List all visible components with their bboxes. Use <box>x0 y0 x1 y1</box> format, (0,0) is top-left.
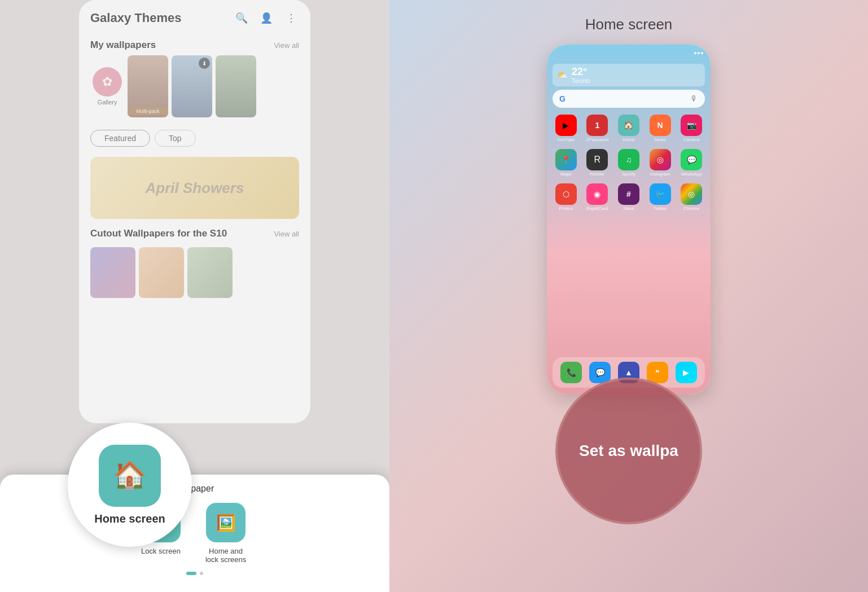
cutout-thumb-3[interactable] <box>187 247 233 298</box>
account-icon[interactable]: 👤 <box>258 10 274 26</box>
cutout-title: Cutout Wallpapers for the S10 <box>90 228 227 239</box>
themes-header: Galaxy Themes 🔍 👤 ⋮ <box>79 0 310 33</box>
my-wallpapers-header: My wallpapers View all <box>79 33 310 55</box>
twitter-icon: 🐦 <box>650 183 671 205</box>
search-bar[interactable]: G 🎙 <box>553 90 705 108</box>
app-whatsapp[interactable]: 💬 WhatsApp <box>678 149 705 177</box>
cutout-header: Cutout Wallpapers for the S10 View all <box>90 228 299 243</box>
phone-icon: 📞 <box>560 362 582 383</box>
app-rapidcard[interactable]: ◉ RapidCard <box>584 183 611 211</box>
weather-location: Toronto <box>572 78 590 84</box>
more-icon[interactable]: ⋮ <box>283 10 299 26</box>
instagram-icon: ◎ <box>650 149 671 170</box>
dialog-title: wallpaper <box>0 484 389 494</box>
home-lock-label: Home and lock screens <box>203 547 248 564</box>
app-camera[interactable]: 📷 Camera <box>678 115 705 142</box>
my-wallpapers-label: My wallpapers <box>90 40 156 51</box>
download-icon: ⬇ <box>199 58 210 69</box>
home-lock-icon-box: 🖼️ <box>206 503 246 542</box>
view-all-link[interactable]: View all <box>274 41 299 50</box>
photos-icon: ⬡ <box>555 183 577 205</box>
phone-status-bar: ●●● <box>547 45 711 60</box>
cutout-thumb-1[interactable] <box>90 247 135 298</box>
maps-icon: 📍 <box>555 149 577 170</box>
april-text: April Showers <box>146 179 244 197</box>
cutout-section: Cutout Wallpapers for the S10 View all <box>79 223 310 302</box>
app-instagram[interactable]: ◎ Instagram <box>647 149 674 177</box>
tabs-row: Featured Top <box>79 124 310 152</box>
cutout-view-all[interactable]: View all <box>274 230 299 238</box>
set-wallpaper-label: Set as wallpa <box>568 441 690 461</box>
home-screen-highlight[interactable]: 🏠 Home screen <box>68 423 192 547</box>
phone-screen: ●●● ⛅ 22° Toronto G 🎙 ▶ YouTube <box>547 45 711 394</box>
youtube-icon: ▶ <box>555 115 577 136</box>
weather-widget: ⛅ 22° Toronto <box>553 64 705 86</box>
app-grid-row1: ▶ YouTube 1 1Password 🏠 Home N News 📷 <box>547 111 711 146</box>
app-news[interactable]: N News <box>647 115 674 142</box>
dock-play[interactable]: ▶ <box>676 362 697 383</box>
wallpaper-dialog: wallpaper 🔒 Lock screen 🖼️ Home and lock… <box>0 475 389 592</box>
multipack-badge: Multi-pack <box>128 107 168 115</box>
app-1password[interactable]: 1 1Password <box>584 115 611 142</box>
play-icon: ▶ <box>676 362 697 383</box>
app-spotify[interactable]: ♫ Spotify <box>615 149 642 177</box>
app-photos[interactable]: ⬡ Photos <box>553 183 580 211</box>
dialog-dots <box>0 572 389 575</box>
spotify-icon: ♫ <box>618 149 639 170</box>
home-app-icon: 🏠 <box>618 115 639 136</box>
reeder-icon: R <box>586 149 608 170</box>
wallpapers-row: ✿ Gallery Multi-pack ⬇ <box>79 55 310 124</box>
lock-screen-label: Lock screen <box>141 547 181 555</box>
phone-mockup-left: Galaxy Themes 🔍 👤 ⋮ My wallpapers View a… <box>79 0 310 423</box>
app-twitter[interactable]: 🐦 Twitter <box>647 183 674 211</box>
google-logo: G <box>559 94 565 103</box>
slack-icon: # <box>618 183 639 205</box>
app-home[interactable]: 🏠 Home <box>615 115 642 142</box>
themes-icons: 🔍 👤 ⋮ <box>234 10 299 26</box>
app-slack[interactable]: # Slack <box>615 183 642 211</box>
right-panel: Home screen ●●● ⛅ 22° Toronto G 🎙 <box>389 0 868 592</box>
dock-phone[interactable]: 📞 <box>560 362 582 383</box>
gallery-label: Gallery <box>98 99 117 106</box>
camera-icon: 📷 <box>681 115 702 136</box>
app-reeder[interactable]: R Reeder <box>584 149 611 177</box>
dot-2 <box>200 572 203 575</box>
gallery-icon: ✿ <box>93 67 122 97</box>
rapidcard-icon: ◉ <box>586 183 608 205</box>
wallpaper-thumb-2[interactable]: ⬇ <box>172 55 212 117</box>
chrome-icon: ◎ <box>681 183 702 205</box>
wallpaper-thumb-1[interactable]: Multi-pack <box>128 55 168 117</box>
1password-icon: 1 <box>586 115 608 136</box>
april-showers-banner[interactable]: April Showers <box>90 157 299 219</box>
gallery-item[interactable]: ✿ Gallery <box>90 67 124 106</box>
wallpaper-thumb-3[interactable] <box>216 55 256 117</box>
app-grid-row2: 📍 Maps R Reeder ♫ Spotify ◎ Instagram 💬 <box>547 146 711 180</box>
dialog-options: 🔒 Lock screen 🖼️ Home and lock screens <box>0 503 389 564</box>
home-screen-icon: 🏠 <box>99 445 161 507</box>
phone-mockup-right: ●●● ⛅ 22° Toronto G 🎙 ▶ YouTube <box>547 45 711 394</box>
tab-top[interactable]: Top <box>155 130 196 147</box>
app-title: Galaxy Themes <box>90 11 181 25</box>
right-panel-title: Home screen <box>585 16 673 33</box>
cutout-row <box>90 247 299 298</box>
dock-quotes[interactable]: ❝ <box>647 362 668 383</box>
mic-icon: 🎙 <box>690 94 698 103</box>
set-wallpaper-button[interactable]: Set as wallpa <box>555 378 702 524</box>
app-maps[interactable]: 📍 Maps <box>553 149 580 177</box>
left-panel: Galaxy Themes 🔍 👤 ⋮ My wallpapers View a… <box>0 0 389 592</box>
cutout-thumb-2[interactable] <box>139 247 184 298</box>
dot-active <box>186 572 196 575</box>
weather-temp: 22° <box>572 66 590 78</box>
news-icon: N <box>650 115 671 136</box>
app-youtube[interactable]: ▶ YouTube <box>553 115 580 142</box>
home-lock-option[interactable]: 🖼️ Home and lock screens <box>203 503 248 564</box>
app-chrome[interactable]: ◎ Chrome <box>678 183 705 211</box>
whatsapp-icon: 💬 <box>681 149 702 170</box>
home-screen-label: Home screen <box>94 512 165 525</box>
search-icon[interactable]: 🔍 <box>234 10 249 26</box>
app-grid-row3: ⬡ Photos ◉ RapidCard # Slack 🐦 Twitter ◎ <box>547 180 711 214</box>
tab-featured[interactable]: Featured <box>90 130 150 147</box>
quotes-icon: ❝ <box>647 362 668 383</box>
